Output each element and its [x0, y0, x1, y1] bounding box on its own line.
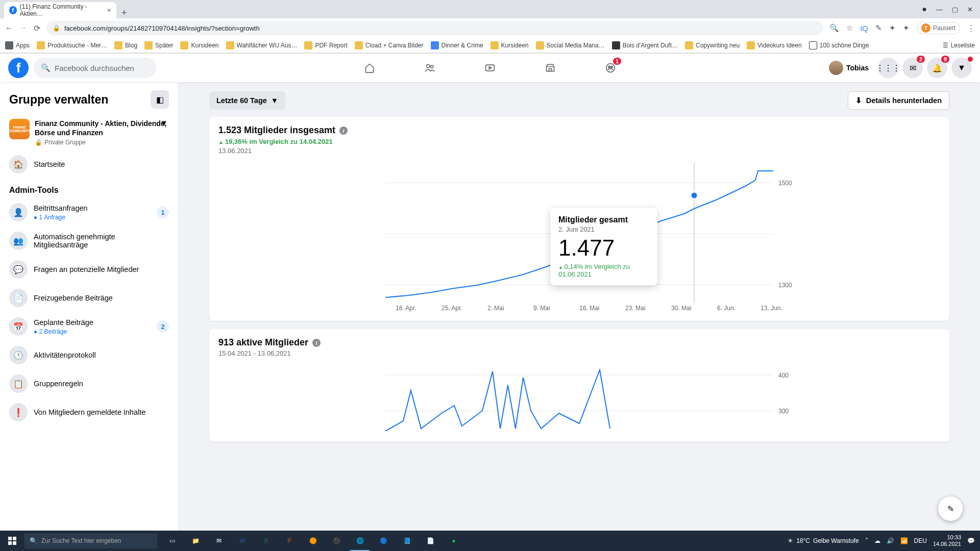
- bookmark-item[interactable]: Copywriting neu: [685, 41, 740, 49]
- bookmark-item[interactable]: Dinner & Crime: [431, 41, 483, 49]
- members-chart[interactable]: 1500 1300 18. Apr. 25. Apr. 2. Mai 9. Ma…: [218, 160, 940, 313]
- browser-chrome: f (11) Finanz Community - Aktien… × + ● …: [0, 0, 980, 54]
- extension-icon[interactable]: ✎: [875, 23, 882, 33]
- menu-icon[interactable]: ⋮: [967, 23, 975, 33]
- browser-tab[interactable]: f (11) Finanz Community - Aktien… ×: [4, 2, 116, 18]
- bookmark-item[interactable]: Kursideen: [180, 41, 218, 49]
- url-input[interactable]: 🔒 facebook.com/groups/214827109704148/in…: [46, 21, 823, 35]
- sidebar-item-pending-posts[interactable]: 📄 Freizugebende Beiträge: [5, 284, 173, 312]
- search-input[interactable]: 🔍 Facebook durchsuchen: [34, 58, 156, 78]
- star-icon[interactable]: ☆: [846, 23, 853, 33]
- account-button[interactable]: ▼: [951, 58, 972, 78]
- clock-icon: 🕐: [9, 346, 28, 364]
- bookmark-item[interactable]: Cload + Canva Bilder: [355, 41, 424, 49]
- wifi-icon[interactable]: 📶: [900, 537, 908, 544]
- notifications-icon[interactable]: 💬: [967, 537, 975, 544]
- extensions-menu-icon[interactable]: ✦: [903, 23, 910, 33]
- clock[interactable]: 10:33 14.06.2021: [933, 534, 961, 547]
- reload-icon[interactable]: ⟳: [34, 23, 40, 33]
- group-selector[interactable]: FINANZCOMMUNITY Finanz Community - Aktie…: [5, 115, 173, 150]
- reading-list-button[interactable]: ☰Leseliste: [943, 42, 975, 49]
- svg-text:9. Mai: 9. Mai: [533, 305, 550, 312]
- new-tab-button[interactable]: +: [116, 8, 132, 18]
- profile-paused-badge[interactable]: T Pausiert: [917, 22, 960, 34]
- apps-button[interactable]: Apps: [5, 41, 30, 49]
- nav-marketplace[interactable]: [522, 55, 578, 81]
- record-icon[interactable]: ●: [922, 5, 927, 14]
- excel-icon[interactable]: X: [254, 531, 278, 551]
- sidebar-item-home[interactable]: 🏠 Startseite: [5, 150, 173, 179]
- start-button[interactable]: [0, 531, 24, 551]
- bookmark-item[interactable]: Wahlfächer WU Aus…: [226, 41, 298, 49]
- compose-fab[interactable]: ✎: [938, 496, 963, 521]
- calendar-icon: 📅: [9, 317, 28, 336]
- sidebar-item-auto-approve[interactable]: 👥 Automatisch genehmigte Mitgliedsanträg…: [5, 227, 173, 255]
- app-icon[interactable]: 🟠: [301, 531, 325, 551]
- post-icon: 📄: [9, 289, 28, 307]
- content-area: Letzte 60 Tage ▼ ⬇ Details herunterladen…: [179, 82, 980, 551]
- folder-icon: [226, 41, 234, 49]
- cloud-icon[interactable]: ☁: [874, 537, 880, 544]
- bookmark-item[interactable]: PDF Report: [304, 41, 347, 49]
- edge-icon[interactable]: 🔵: [372, 531, 395, 551]
- nav-watch[interactable]: [462, 55, 518, 81]
- sidebar-item-activity[interactable]: 🕐 Aktivitätenprotokoll: [5, 341, 173, 369]
- app-icon[interactable]: 📘: [395, 531, 419, 551]
- bookmark-item[interactable]: Blog: [114, 41, 137, 49]
- nav-home[interactable]: [341, 55, 398, 81]
- date-range-dropdown[interactable]: Letzte 60 Tage ▼: [209, 91, 285, 110]
- info-icon[interactable]: i: [312, 339, 321, 347]
- powerpoint-icon[interactable]: P: [278, 531, 301, 551]
- extension-icon[interactable]: ✦: [889, 23, 896, 33]
- messenger-button[interactable]: ✉ 2: [902, 58, 923, 78]
- extension-icon[interactable]: IQ: [860, 24, 868, 33]
- facebook-logo[interactable]: f: [8, 58, 29, 78]
- bookmark-item[interactable]: Kursideen: [491, 41, 529, 49]
- active-members-chart[interactable]: 400 300: [218, 362, 940, 434]
- notifications-button[interactable]: 🔔 9: [927, 58, 947, 78]
- sidebar-item-questions[interactable]: 💬 Fragen an potenzielle Mitglieder: [5, 255, 173, 284]
- language-indicator[interactable]: DEU: [914, 537, 927, 544]
- nav-groups[interactable]: 1: [582, 55, 639, 81]
- volume-icon[interactable]: 🔊: [887, 537, 894, 544]
- bookmark-item[interactable]: Bois d'Argent Duft…: [612, 41, 678, 49]
- bookmark-item[interactable]: Social Media Mana…: [536, 41, 605, 49]
- bookmark-item[interactable]: Videokurs Ideen: [747, 41, 802, 49]
- scheduled-count: 2: [157, 320, 169, 333]
- sidebar-item-scheduled[interactable]: 📅 Geplante Beiträge 2 Beiträge 2: [5, 312, 173, 341]
- explorer-icon[interactable]: 📁: [184, 531, 207, 551]
- close-icon[interactable]: ×: [107, 6, 111, 14]
- close-window-icon[interactable]: ✕: [967, 6, 973, 13]
- mail-icon[interactable]: ✉: [207, 531, 231, 551]
- bookmark-item[interactable]: 100 schöne Dinge: [809, 41, 869, 49]
- obs-icon[interactable]: ⚫: [325, 531, 348, 551]
- menu-button[interactable]: ⋮⋮⋮: [878, 58, 898, 78]
- app-icon[interactable]: 📄: [419, 531, 442, 551]
- sidebar-title: Gruppe verwalten: [9, 93, 108, 107]
- zoom-icon[interactable]: 🔍: [829, 23, 839, 33]
- task-view-button[interactable]: ▭: [160, 531, 184, 551]
- sidebar-settings-button[interactable]: ◧: [151, 90, 169, 109]
- bookmark-item[interactable]: Später: [144, 41, 173, 49]
- chrome-icon[interactable]: 🌐: [348, 531, 372, 551]
- sidebar-item-rules[interactable]: 📋 Gruppenregeln: [5, 369, 173, 398]
- grid-icon: ⋮⋮⋮: [876, 63, 900, 73]
- spotify-icon[interactable]: ●: [442, 531, 465, 551]
- friends-icon: [425, 63, 435, 73]
- weather-widget[interactable]: ☀ 18°C Gelbe Warnstufe: [788, 537, 859, 544]
- nav-friends[interactable]: [402, 55, 458, 81]
- profile-button[interactable]: Tobias: [827, 59, 874, 77]
- sidebar-item-requests[interactable]: 👤 Beitrittsanfragen 1 Anfrage 1: [5, 198, 173, 227]
- top-nav: 1: [341, 55, 639, 81]
- minimize-icon[interactable]: —: [936, 6, 943, 13]
- word-icon[interactable]: W: [231, 531, 254, 551]
- list-icon: 📋: [9, 374, 28, 393]
- download-details-button[interactable]: ⬇ Details herunterladen: [848, 91, 949, 110]
- tray-chevron-icon[interactable]: ˄: [865, 537, 868, 544]
- back-icon[interactable]: ←: [5, 23, 13, 33]
- info-icon[interactable]: i: [339, 127, 348, 135]
- maximize-icon[interactable]: ▢: [952, 6, 958, 13]
- sidebar-item-reported[interactable]: ❗ Von Mitgliedern gemeldete Inhalte: [5, 398, 173, 427]
- bookmark-item[interactable]: Produktsuche - Mer…: [37, 41, 107, 49]
- taskbar-search[interactable]: 🔍 Zur Suche Text hier eingeben: [24, 533, 157, 548]
